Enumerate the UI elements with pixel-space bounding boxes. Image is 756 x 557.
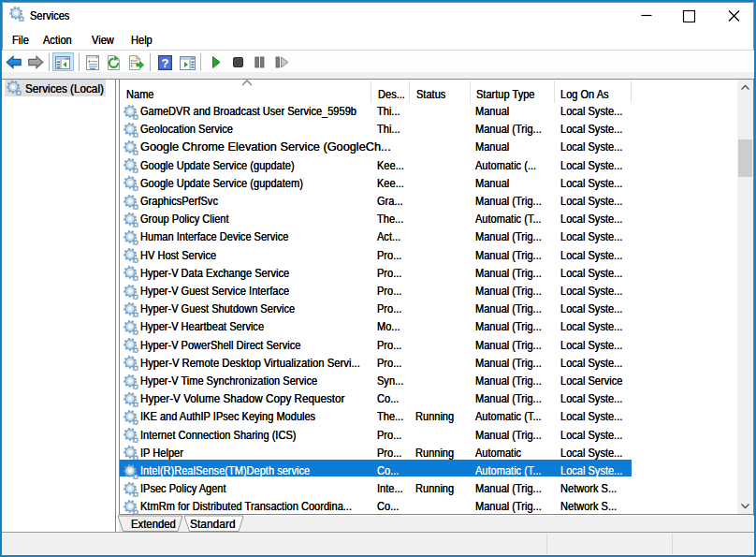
svg-text:?: ? xyxy=(162,56,169,70)
